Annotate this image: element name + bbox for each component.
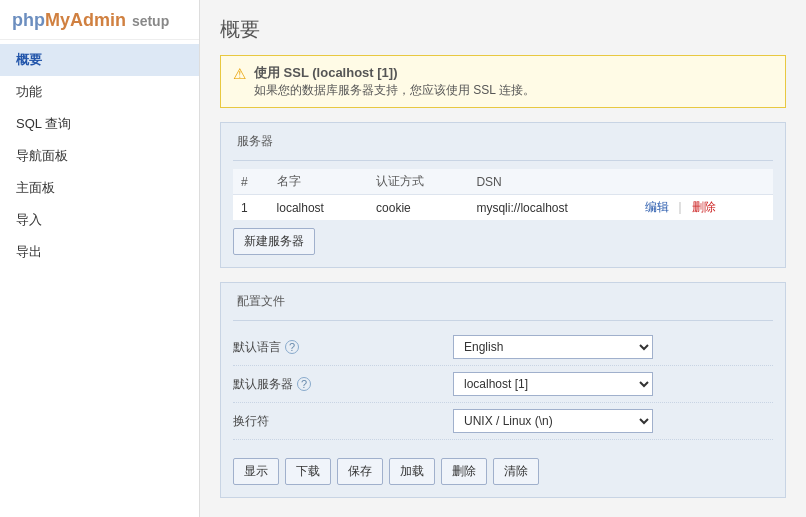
delete-server-link[interactable]: 删除 xyxy=(692,200,716,214)
server-dsn: mysqli://localhost xyxy=(468,195,636,221)
default-server-row: 默认服务器 ? localhost [1] xyxy=(233,366,773,403)
default-lang-select[interactable]: English xyxy=(453,335,653,359)
action-buttons-row: 显示 下载 保存 加载 删除 清除 xyxy=(233,450,773,485)
config-panel: 配置文件 默认语言 ? English 默认服务器 ? localhost [1 xyxy=(220,282,786,498)
warning-body: 如果您的数据库服务器支持，您应该使用 SSL 连接。 xyxy=(254,82,535,99)
edit-server-link[interactable]: 编辑 xyxy=(645,200,669,214)
default-lang-label: 默认语言 ? xyxy=(233,339,453,356)
brand-logo: phpMyAdmin setup xyxy=(12,10,169,30)
servers-panel: 服务器 # 名字 认证方式 DSN 1 localhost cookie mys… xyxy=(220,122,786,268)
brand-myadmin: MyAdmin xyxy=(45,10,126,30)
server-actions: 编辑 ｜ 删除 xyxy=(637,195,773,221)
col-dsn: DSN xyxy=(468,169,636,195)
download-button[interactable]: 下载 xyxy=(285,458,331,485)
warning-title: 使用 SSL (localhost [1]) xyxy=(254,64,535,82)
line-ending-row: 换行符 UNIX / Linux (\n) xyxy=(233,403,773,440)
sidebar-item-main[interactable]: 主面板 xyxy=(0,172,199,204)
sidebar-header: phpMyAdmin setup xyxy=(0,0,199,40)
sidebar-item-features[interactable]: 功能 xyxy=(0,76,199,108)
show-button[interactable]: 显示 xyxy=(233,458,279,485)
sidebar-item-export[interactable]: 导出 xyxy=(0,236,199,268)
default-server-label: 默认服务器 ? xyxy=(233,376,453,393)
servers-table: # 名字 认证方式 DSN 1 localhost cookie mysqli:… xyxy=(233,169,773,220)
col-name: 名字 xyxy=(269,169,368,195)
brand-setup: setup xyxy=(128,13,169,29)
new-server-button[interactable]: 新建服务器 xyxy=(233,228,315,255)
col-auth: 认证方式 xyxy=(368,169,468,195)
sidebar-nav: 概要 功能 SQL 查询 导航面板 主面板 导入 导出 xyxy=(0,44,199,268)
default-lang-help[interactable]: ? xyxy=(285,340,299,354)
default-server-value: localhost [1] xyxy=(453,372,773,396)
sidebar-item-overview[interactable]: 概要 xyxy=(0,44,199,76)
brand-php: php xyxy=(12,10,45,30)
default-server-help[interactable]: ? xyxy=(297,377,311,391)
col-num: # xyxy=(233,169,269,195)
sidebar-item-import[interactable]: 导入 xyxy=(0,204,199,236)
config-panel-title: 配置文件 xyxy=(233,293,289,310)
load-button[interactable]: 加载 xyxy=(389,458,435,485)
server-num: 1 xyxy=(233,195,269,221)
default-lang-row: 默认语言 ? English xyxy=(233,329,773,366)
warning-content: 使用 SSL (localhost [1]) 如果您的数据库服务器支持，您应该使… xyxy=(254,64,535,99)
clear-button[interactable]: 清除 xyxy=(493,458,539,485)
warning-box: ⚠ 使用 SSL (localhost [1]) 如果您的数据库服务器支持，您应… xyxy=(220,55,786,108)
action-separator: ｜ xyxy=(674,200,686,214)
delete-button[interactable]: 删除 xyxy=(441,458,487,485)
col-actions xyxy=(637,169,773,195)
page-title: 概要 xyxy=(220,16,786,43)
sidebar-item-nav[interactable]: 导航面板 xyxy=(0,140,199,172)
warning-icon: ⚠ xyxy=(233,65,246,83)
save-button[interactable]: 保存 xyxy=(337,458,383,485)
config-panel-header: 配置文件 xyxy=(233,293,773,321)
server-auth: cookie xyxy=(368,195,468,221)
servers-panel-title: 服务器 xyxy=(233,133,277,150)
line-ending-select[interactable]: UNIX / Linux (\n) xyxy=(453,409,653,433)
servers-panel-header: 服务器 xyxy=(233,133,773,161)
table-row: 1 localhost cookie mysqli://localhost 编辑… xyxy=(233,195,773,221)
server-name: localhost xyxy=(269,195,368,221)
sidebar-item-sql[interactable]: SQL 查询 xyxy=(0,108,199,140)
line-ending-label: 换行符 xyxy=(233,413,453,430)
default-lang-value: English xyxy=(453,335,773,359)
sidebar: phpMyAdmin setup 概要 功能 SQL 查询 导航面板 主面板 导… xyxy=(0,0,200,517)
default-server-select[interactable]: localhost [1] xyxy=(453,372,653,396)
main-content: 概要 ⚠ 使用 SSL (localhost [1]) 如果您的数据库服务器支持… xyxy=(200,0,806,517)
line-ending-value: UNIX / Linux (\n) xyxy=(453,409,773,433)
